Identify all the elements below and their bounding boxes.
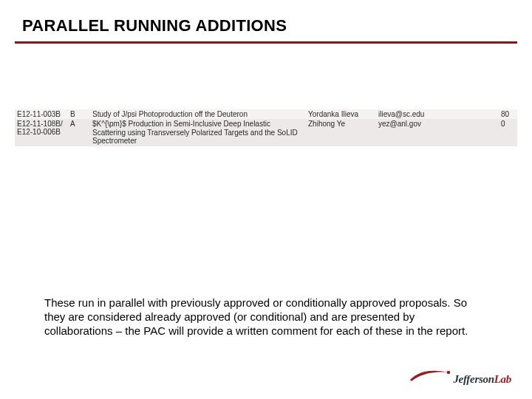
table-row: E12-11-108B/ E12-10-006B A $K^{\pm}$ Pro… [15, 119, 517, 143]
cell-gap [444, 119, 499, 143]
logo-text-jefferson: Jefferson [453, 373, 494, 386]
cell-experiment: E12-11-108B/ E12-10-006B [15, 119, 68, 146]
swoosh-icon [409, 366, 451, 383]
jefferson-lab-logo: Jefferson Lab [409, 366, 511, 386]
page-title: PARALLEL RUNNING ADDITIONS [22, 16, 287, 35]
title-underline [15, 41, 517, 44]
cell-contact-email: ilieva@sc.edu [376, 109, 444, 119]
svg-point-0 [447, 371, 451, 375]
cell-spacer [81, 109, 90, 119]
cell-number: 80 [499, 109, 517, 119]
slide: PARALLEL RUNNING ADDITIONS E12-11-003B B… [0, 0, 532, 399]
table: E12-11-003B B Study of J/psi Photoproduc… [15, 109, 517, 146]
cell-rating: A [68, 119, 81, 143]
cell-rating: B [68, 109, 81, 119]
cell-contact-name: Yordanka Ilieva [306, 109, 376, 119]
cell-spacer [81, 119, 90, 143]
body-text: These run in parallel with previously ap… [44, 296, 480, 338]
cell-gap [444, 109, 499, 119]
cell-contact-email: yez@anl.gov [376, 119, 444, 143]
cell-experiment: E12-11-003B [15, 109, 68, 119]
cell-number: 0 [499, 119, 517, 143]
proposals-table: E12-11-003B B Study of J/psi Photoproduc… [15, 109, 517, 146]
cell-title: Study of J/psi Photoproduction off the D… [90, 109, 306, 119]
cell-contact-name: Zhihong Ye [306, 119, 376, 143]
cell-title: $K^{\pm}$ Production in Semi-Inclusive D… [90, 119, 306, 146]
logo-text-lab: Lab [494, 373, 511, 386]
table-row: E12-11-003B B Study of J/psi Photoproduc… [15, 109, 517, 119]
